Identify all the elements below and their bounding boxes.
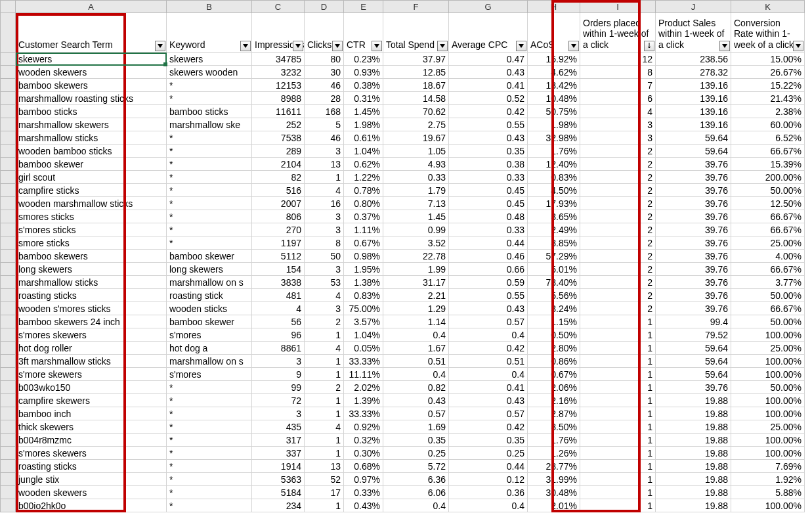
- cell[interactable]: 1: [580, 420, 656, 434]
- cell[interactable]: *: [167, 79, 252, 92]
- row-header[interactable]: [0, 79, 16, 92]
- cell[interactable]: b00io2hk0o: [16, 499, 167, 512]
- cell[interactable]: 2: [580, 250, 656, 263]
- cell[interactable]: 0.66: [449, 263, 528, 276]
- cell[interactable]: 5.88%: [731, 486, 805, 499]
- cell[interactable]: 3: [305, 223, 344, 236]
- row-header[interactable]: [0, 499, 16, 512]
- cell[interactable]: 0.41: [449, 381, 528, 394]
- cell[interactable]: 3: [580, 118, 656, 131]
- table-header-cell[interactable]: Product Sales within 1-week of a click: [656, 13, 731, 53]
- cell[interactable]: 1: [580, 328, 656, 342]
- cell[interactable]: 5: [305, 118, 344, 131]
- cell[interactable]: 9: [252, 368, 305, 381]
- cell[interactable]: 0.33%: [344, 486, 383, 499]
- cell[interactable]: 19.67: [383, 131, 449, 145]
- cell[interactable]: smore sticks: [16, 236, 167, 250]
- cell[interactable]: 19.88: [656, 407, 731, 420]
- cell[interactable]: 5363: [252, 473, 305, 486]
- cell[interactable]: 8988: [252, 92, 305, 105]
- cell[interactable]: 4: [305, 289, 344, 302]
- cell[interactable]: 75.00%: [344, 302, 383, 315]
- cell[interactable]: 39.76: [656, 236, 731, 250]
- cell[interactable]: 1: [580, 381, 656, 394]
- cell[interactable]: *: [167, 486, 252, 499]
- column-header[interactable]: J: [656, 0, 731, 13]
- table-header-cell[interactable]: Total Spend: [383, 13, 449, 53]
- cell[interactable]: 11611: [252, 105, 305, 118]
- cell[interactable]: 3.24%: [528, 302, 580, 315]
- cell[interactable]: *: [167, 434, 252, 447]
- cell[interactable]: 66.67%: [731, 223, 805, 236]
- cell[interactable]: 0.4: [449, 328, 528, 342]
- cell[interactable]: 50.00%: [731, 289, 805, 302]
- cell[interactable]: 57.29%: [528, 250, 580, 263]
- cell[interactable]: 1.15%: [528, 315, 580, 328]
- cell[interactable]: 4: [580, 105, 656, 118]
- cell[interactable]: 1.04%: [344, 328, 383, 342]
- cell[interactable]: 1.11%: [344, 223, 383, 236]
- filter-dropdown-button[interactable]: [372, 41, 382, 51]
- cell[interactable]: *: [167, 223, 252, 236]
- cell[interactable]: 0.55: [449, 118, 528, 131]
- cell[interactable]: 0.36: [449, 486, 528, 499]
- cell[interactable]: 15.39%: [731, 158, 805, 171]
- cell[interactable]: 2007: [252, 197, 305, 210]
- cell[interactable]: 5184: [252, 486, 305, 499]
- cell[interactable]: *: [167, 184, 252, 197]
- cell[interactable]: 0.4: [383, 328, 449, 342]
- spreadsheet-grid[interactable]: ABCDEFGHIJKCustomer Search TermKeywordIm…: [0, 0, 812, 512]
- cell[interactable]: 12153: [252, 79, 305, 92]
- cell[interactable]: 0.42: [449, 105, 528, 118]
- cell[interactable]: 0.57: [449, 315, 528, 328]
- cell[interactable]: 66.67%: [731, 145, 805, 158]
- cell[interactable]: 99: [252, 381, 305, 394]
- cell[interactable]: 0.33: [449, 223, 528, 236]
- cell[interactable]: 30.48%: [528, 486, 580, 499]
- cell[interactable]: 1: [305, 355, 344, 368]
- cell[interactable]: 15.22%: [731, 79, 805, 92]
- cell[interactable]: 0.38%: [344, 79, 383, 92]
- cell[interactable]: 139.16: [656, 79, 731, 92]
- filter-dropdown-button[interactable]: [719, 41, 730, 51]
- cell[interactable]: 1.99: [383, 263, 449, 276]
- filter-dropdown-button[interactable]: [332, 41, 343, 51]
- cell[interactable]: 2: [580, 171, 656, 184]
- cell[interactable]: 0.43: [449, 66, 528, 79]
- cell[interactable]: roasting sticks: [16, 460, 167, 473]
- cell[interactable]: 100.00%: [731, 355, 805, 368]
- cell[interactable]: 5.56%: [528, 289, 580, 302]
- table-header-cell[interactable]: Orders placed within 1-week of a click: [580, 13, 656, 53]
- row-header[interactable]: [0, 66, 16, 79]
- cell[interactable]: *: [167, 197, 252, 210]
- cell[interactable]: *: [167, 394, 252, 407]
- cell[interactable]: 18.67: [383, 79, 449, 92]
- cell[interactable]: 0.83%: [344, 289, 383, 302]
- cell[interactable]: s'mores skewers: [16, 447, 167, 460]
- cell[interactable]: 3ft marshmallow sticks: [16, 355, 167, 368]
- cell[interactable]: 1: [580, 315, 656, 328]
- cell[interactable]: 3: [305, 302, 344, 315]
- cell[interactable]: 1: [305, 499, 344, 512]
- cell[interactable]: 19.88: [656, 486, 731, 499]
- cell[interactable]: 39.76: [656, 223, 731, 236]
- cell[interactable]: 1: [580, 407, 656, 420]
- row-header[interactable]: [0, 289, 16, 302]
- row-header[interactable]: [0, 407, 16, 420]
- row-header[interactable]: [0, 381, 16, 394]
- cell[interactable]: s'mores sticks: [16, 223, 167, 236]
- cell[interactable]: 4.50%: [528, 184, 580, 197]
- cell[interactable]: 4: [305, 420, 344, 434]
- column-header[interactable]: I: [580, 0, 656, 13]
- cell[interactable]: girl scout: [16, 171, 167, 184]
- cell[interactable]: 234: [252, 499, 305, 512]
- cell[interactable]: 19.88: [656, 473, 731, 486]
- cell[interactable]: 2.02%: [344, 381, 383, 394]
- cell[interactable]: 1: [305, 368, 344, 381]
- cell[interactable]: 1: [305, 447, 344, 460]
- cell[interactable]: 7.69%: [731, 460, 805, 473]
- cell[interactable]: 2: [305, 315, 344, 328]
- row-header[interactable]: [0, 250, 16, 263]
- cell[interactable]: 82: [252, 171, 305, 184]
- cell[interactable]: 0.35: [449, 434, 528, 447]
